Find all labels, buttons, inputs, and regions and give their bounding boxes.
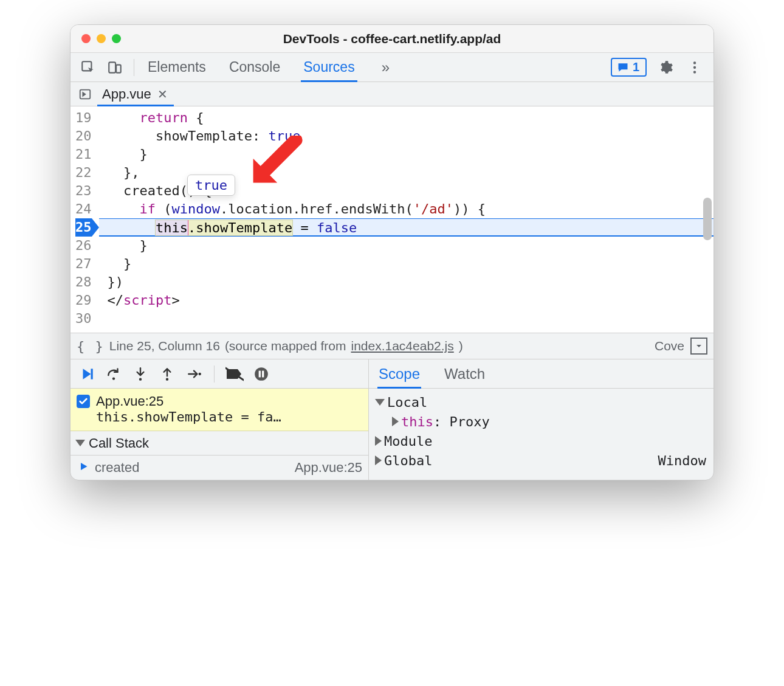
scope-local-label: Local — [387, 395, 427, 410]
code-content[interactable]: return { showTemplate: true } }, created… — [99, 106, 714, 333]
statusbar-dropdown-icon[interactable] — [690, 338, 707, 355]
svg-point-10 — [166, 378, 168, 380]
debugger-toolbar — [70, 359, 368, 389]
call-stack-title: Call Stack — [89, 435, 149, 451]
window-zoom-button[interactable] — [112, 34, 121, 43]
chevron-down-icon — [375, 399, 385, 406]
breakpoint-checkbox[interactable] — [77, 395, 90, 408]
code-line[interactable]: if (window.location.href.endsWith('/ad')… — [99, 200, 714, 218]
inspect-element-icon[interactable] — [78, 57, 98, 78]
tab-elements[interactable]: Elements — [148, 53, 206, 81]
device-toolbar-icon[interactable] — [105, 57, 125, 78]
line-number[interactable]: 25 — [75, 218, 92, 237]
cursor-position: Line 25, Column 16 — [109, 339, 220, 353]
main-toolbar: Elements Console Sources » 1 — [70, 53, 714, 82]
window-minimize-button[interactable] — [97, 34, 106, 43]
svg-point-4 — [693, 66, 696, 68]
line-number[interactable]: 19 — [75, 109, 92, 127]
tab-scope[interactable]: Scope — [379, 359, 420, 388]
tab-watch[interactable]: Watch — [444, 359, 485, 388]
chevron-right-icon — [375, 436, 382, 446]
debugger-left-column: App.vue:25 this.showTemplate = fa… Call … — [70, 359, 368, 480]
svg-point-12 — [255, 367, 268, 381]
annotation-arrow-icon — [239, 136, 306, 193]
code-line[interactable] — [99, 310, 714, 328]
issues-count: 1 — [633, 60, 639, 74]
file-tab-label: App.vue — [102, 86, 151, 102]
code-line[interactable]: } — [99, 145, 714, 164]
step-button[interactable] — [184, 364, 204, 384]
debugger-right-column: Scope Watch Local this: Proxy Module — [368, 359, 714, 480]
value-tooltip: true — [187, 175, 235, 196]
svg-rect-13 — [259, 370, 261, 377]
scope-global-value: Window — [658, 453, 706, 468]
line-number[interactable]: 29 — [75, 291, 92, 310]
panel-tabs: Elements Console Sources » — [140, 53, 611, 81]
call-stack-header[interactable]: Call Stack — [70, 431, 368, 456]
chevron-right-icon — [375, 456, 382, 465]
source-map-link[interactable]: index.1ac4eab2.js — [351, 339, 453, 353]
window-controls — [70, 34, 121, 43]
code-line[interactable]: }) — [99, 273, 714, 291]
deactivate-breakpoints-button[interactable] — [224, 364, 245, 384]
call-stack-frame[interactable]: created App.vue:25 — [70, 456, 368, 480]
svg-rect-1 — [109, 62, 115, 72]
file-tab-app-vue[interactable]: App.vue ✕ — [96, 82, 175, 106]
coverage-label: Cove — [655, 339, 684, 353]
toolbar-divider — [134, 59, 134, 76]
line-number[interactable]: 21 — [75, 145, 92, 164]
code-line[interactable]: this.showTemplate = false — [99, 218, 714, 237]
scope-module[interactable]: Module — [371, 431, 711, 451]
line-number[interactable]: 30 — [75, 310, 92, 328]
pause-on-exceptions-button[interactable] — [251, 364, 272, 384]
step-over-button[interactable] — [103, 364, 124, 384]
scope-module-label: Module — [384, 434, 432, 449]
line-number[interactable]: 26 — [75, 237, 92, 255]
window-close-button[interactable] — [81, 34, 91, 43]
tabs-overflow-button[interactable]: » — [378, 53, 393, 81]
breakpoint-location[interactable]: App.vue:25 — [96, 393, 163, 409]
breakpoint-panel: App.vue:25 this.showTemplate = fa… — [70, 389, 368, 431]
settings-gear-icon[interactable] — [655, 57, 676, 78]
code-line[interactable]: } — [99, 237, 714, 255]
scope-local[interactable]: Local — [371, 392, 711, 412]
line-number[interactable]: 24 — [75, 200, 92, 218]
editor-scrollbar[interactable] — [703, 198, 712, 240]
scope-this[interactable]: this: Proxy — [371, 412, 711, 431]
devtools-window: DevTools - coffee-cart.netlify.app/ad El… — [70, 24, 714, 480]
code-line[interactable]: return { — [99, 109, 714, 127]
scope-global[interactable]: Global Window — [371, 451, 711, 470]
scope-this-name: this — [401, 414, 433, 429]
line-number[interactable]: 27 — [75, 255, 92, 273]
issues-badge[interactable]: 1 — [611, 58, 647, 77]
scope-tree: Local this: Proxy Module Global Window — [369, 389, 714, 474]
tab-sources[interactable]: Sources — [303, 53, 354, 81]
code-line[interactable]: showTemplate: true — [99, 127, 714, 145]
source-map-suffix: ) — [459, 339, 463, 353]
scope-this-value: Proxy — [449, 414, 489, 429]
pretty-print-icon[interactable]: { } — [77, 339, 105, 354]
step-into-button[interactable] — [130, 364, 151, 384]
resume-button[interactable] — [77, 364, 97, 384]
code-line[interactable]: </script> — [99, 291, 714, 310]
line-number[interactable]: 20 — [75, 127, 92, 145]
breakpoint-preview: this.showTemplate = fa… — [77, 409, 362, 424]
line-number[interactable]: 28 — [75, 273, 92, 291]
line-gutter[interactable]: 192021222324252627282930 — [70, 106, 99, 333]
line-number[interactable]: 22 — [75, 164, 92, 182]
debugger-lower-panels: App.vue:25 this.showTemplate = fa… Call … — [70, 359, 714, 480]
close-tab-icon[interactable]: ✕ — [156, 87, 169, 102]
code-line[interactable]: } — [99, 255, 714, 273]
navigator-toggle-icon[interactable] — [74, 82, 96, 106]
step-out-button[interactable] — [157, 364, 177, 384]
line-number[interactable]: 23 — [75, 182, 92, 200]
chevron-down-icon — [75, 440, 85, 446]
svg-rect-14 — [262, 370, 264, 377]
svg-rect-7 — [91, 369, 93, 379]
svg-point-8 — [112, 377, 115, 379]
tab-console[interactable]: Console — [229, 53, 280, 81]
speech-bubble-icon — [617, 61, 629, 74]
tooltip-value: true — [195, 178, 227, 193]
more-menu-icon[interactable] — [684, 57, 705, 78]
frame-location: App.vue:25 — [295, 460, 362, 476]
